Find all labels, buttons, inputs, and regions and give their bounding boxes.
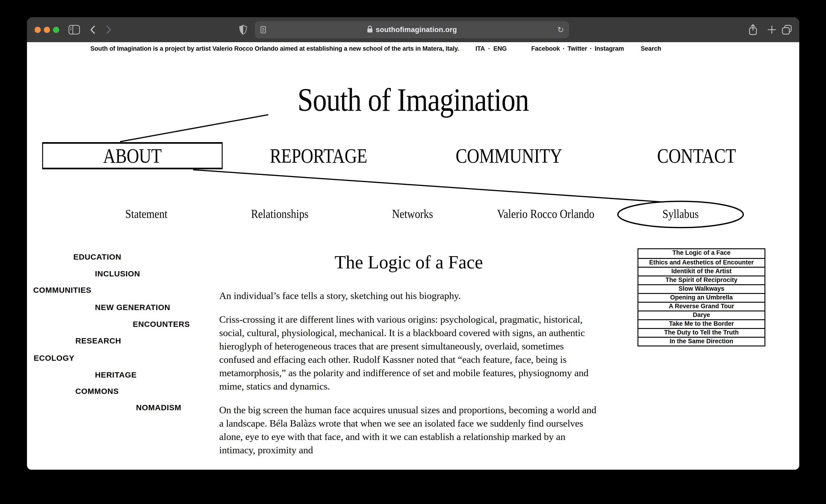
twitter-link[interactable]: Twitter <box>568 45 587 52</box>
syllabus-item[interactable]: Darye <box>638 311 764 319</box>
article-paragraph: Criss-crossing it are different lines wi… <box>219 313 598 393</box>
article-body: An individual’s face tells a story, sket… <box>219 289 598 467</box>
nav-item-reportage[interactable]: REPORTAGE <box>261 142 376 169</box>
keyword-education[interactable]: EDUCATION <box>73 252 121 261</box>
syllabus-item[interactable]: Identikit of the Artist <box>638 267 764 275</box>
nav-about-label: ABOUT <box>103 144 162 168</box>
url-text[interactable]: southofimagination.org <box>376 25 457 34</box>
keyword-heritage[interactable]: HERITAGE <box>95 370 137 379</box>
back-icon[interactable] <box>90 17 96 42</box>
zoom-window-button[interactable] <box>53 27 59 33</box>
subnav-item-relationships[interactable]: Relationships <box>247 207 312 221</box>
keyword-nomadism[interactable]: NOMADISM <box>136 403 181 412</box>
keyword-communities[interactable]: COMMUNITIES <box>33 286 92 295</box>
keyword-research[interactable]: RESEARCH <box>75 336 121 345</box>
subnav-item-valerio-rocco-orlando[interactable]: Valerio Rocco Orlando <box>490 207 601 221</box>
subnav-item-syllabus-active[interactable]: Syllabus <box>660 207 701 221</box>
search-link[interactable]: Search <box>641 45 661 52</box>
facebook-link[interactable]: Facebook <box>531 45 560 52</box>
nav-item-about-active[interactable]: ABOUT <box>42 142 223 169</box>
subnav-item-statement[interactable]: Statement <box>122 207 170 221</box>
minimize-window-button[interactable] <box>44 27 50 33</box>
lock-icon <box>367 25 373 34</box>
syllabus-item[interactable]: The Spirit of Reciprocity <box>638 275 764 284</box>
article-paragraph: An individual’s face tells a story, sket… <box>219 289 598 303</box>
syllabus-list: The Logic of a Face Ethics and Aesthetic… <box>638 248 765 346</box>
nav-item-community[interactable]: COMMUNITY <box>446 142 571 169</box>
reload-icon[interactable]: ↻ <box>557 21 564 38</box>
new-tab-icon[interactable] <box>767 17 776 42</box>
syllabus-item[interactable]: A Reverse Grand Tour <box>638 302 764 311</box>
social-separator: · <box>563 45 565 52</box>
syllabus-item-current[interactable]: The Logic of a Face <box>638 249 764 258</box>
keyword-new-generation[interactable]: NEW GENERATION <box>95 303 170 312</box>
sidebar-toggle-icon[interactable] <box>68 17 80 42</box>
syllabus-item[interactable]: The Duty to Tell the Truth <box>638 328 764 337</box>
article-paragraph: On the big screen the human face acquire… <box>219 403 598 457</box>
syllabus-item[interactable]: Slow Walkways <box>638 284 764 293</box>
lang-separator: · <box>488 45 490 52</box>
page-content: South of Imagination is a project by art… <box>27 42 799 470</box>
article-title: The Logic of a Face <box>219 251 598 274</box>
lang-eng-link[interactable]: ENG <box>493 45 507 52</box>
lang-ita-link[interactable]: ITA <box>475 45 485 52</box>
social-separator: · <box>590 45 592 52</box>
language-switcher: ITA · ENG <box>475 45 507 52</box>
syllabus-item[interactable]: Take Me to the Border <box>638 319 764 328</box>
instagram-link[interactable]: Instagram <box>595 45 624 52</box>
forward-icon[interactable] <box>106 17 112 42</box>
privacy-shield-icon[interactable] <box>239 17 247 42</box>
address-bar[interactable]: southofimagination.org ↻ <box>255 21 569 38</box>
syllabus-item[interactable]: In the Same Direction <box>638 337 764 345</box>
browser-titlebar: southofimagination.org ↻ <box>27 17 799 42</box>
browser-window: southofimagination.org ↻ <box>27 17 799 470</box>
subnav-item-networks[interactable]: Networks <box>389 207 436 221</box>
tab-overview-icon[interactable] <box>781 17 793 42</box>
site-title[interactable]: South of Imagination <box>27 81 799 119</box>
keyword-inclusion[interactable]: INCLUSION <box>95 269 140 278</box>
keyword-commons[interactable]: COMMONS <box>75 387 119 396</box>
close-window-button[interactable] <box>35 27 41 33</box>
keyword-ecology[interactable]: ECOLOGY <box>34 354 74 363</box>
site-tagline: South of Imagination is a project by art… <box>91 45 459 52</box>
social-links: Facebook · Twitter · Instagram <box>531 45 624 52</box>
keyword-encounters[interactable]: ENCOUNTERS <box>133 320 190 329</box>
window-controls <box>35 17 59 42</box>
syllabus-item[interactable]: Ethics and Aesthetics of Encounter <box>638 258 764 267</box>
nav-item-contact[interactable]: CONTACT <box>650 142 743 169</box>
syllabus-item[interactable]: Opening an Umbrella <box>638 293 764 302</box>
share-icon[interactable] <box>748 17 758 42</box>
